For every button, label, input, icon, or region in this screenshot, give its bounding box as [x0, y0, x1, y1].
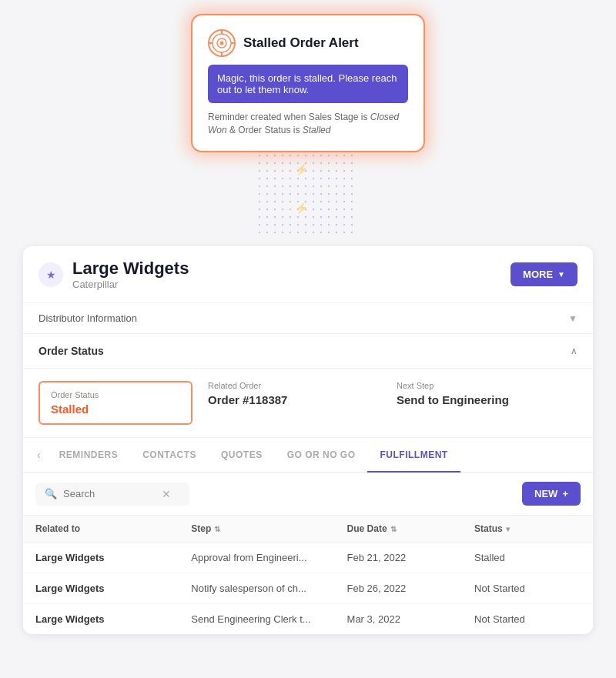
- cell-due-2: Mar 3, 2022: [347, 613, 475, 625]
- card-title: Large Widgets: [72, 259, 189, 279]
- plus-icon: +: [562, 488, 568, 499]
- alert-title: Stalled Order Alert: [243, 35, 359, 51]
- table-row: Large Widgets Notify salesperson of ch..…: [23, 573, 593, 604]
- alert-popup: Stalled Order Alert Magic, this order is…: [192, 15, 424, 151]
- related-order-value: Order #118387: [208, 393, 373, 406]
- tabs-container: ‹ REMINDERS CONTACTS QUOTES GO OR NO GO …: [23, 438, 593, 473]
- col-header-step[interactable]: Step ⇅: [191, 523, 346, 534]
- order-status-section: Order Status ∧ Order Status Stalled Rela…: [23, 334, 593, 438]
- order-status-header[interactable]: Order Status ∧: [23, 334, 593, 369]
- order-status-title: Order Status: [38, 345, 104, 357]
- svg-point-7: [220, 42, 224, 45]
- card-title-group: ★ Large Widgets Caterpillar: [38, 259, 189, 290]
- distributor-label: Distributor Information: [38, 312, 137, 324]
- cell-step-2: Send Engineering Clerk t...: [191, 613, 346, 625]
- col-header-related: Related to: [35, 523, 191, 534]
- order-field-next-step: Next Step Send to Engineering: [389, 381, 578, 425]
- alert-icon: [208, 29, 236, 57]
- col-header-status[interactable]: Status ▾: [474, 523, 581, 534]
- cell-related-1: Large Widgets: [35, 583, 191, 594]
- tab-reminders[interactable]: REMINDERS: [47, 439, 131, 473]
- cell-due-0: Feb 21, 2022: [347, 552, 475, 563]
- svg-text:⚡: ⚡: [295, 202, 309, 215]
- alert-message: Magic, this order is stalled. Please rea…: [208, 65, 408, 103]
- search-icon: 🔍: [45, 488, 57, 499]
- distributor-section[interactable]: Distributor Information ▼: [23, 303, 593, 334]
- cell-related-0: Large Widgets: [35, 552, 191, 563]
- search-bar: 🔍 ✕ NEW +: [23, 473, 593, 516]
- tab-fulfillment[interactable]: FULFILLMENT: [367, 439, 460, 473]
- order-status-value: Stalled: [51, 402, 180, 416]
- table: Related to Step ⇅ Due Date ⇅ Status ▾ La…: [23, 516, 593, 634]
- cell-step-1: Notify salesperson of ch...: [191, 583, 346, 594]
- order-status-label: Order Status: [51, 390, 180, 399]
- table-header: Related to Step ⇅ Due Date ⇅ Status ▾: [23, 516, 593, 543]
- tab-contacts[interactable]: CONTACTS: [130, 439, 209, 473]
- order-fields: Order Status Stalled Related Order Order…: [23, 369, 593, 437]
- cell-due-1: Feb 26, 2022: [347, 583, 475, 594]
- svg-text:⚡: ⚡: [295, 163, 309, 176]
- next-step-label: Next Step: [397, 381, 562, 390]
- tabs: ‹ REMINDERS CONTACTS QUOTES GO OR NO GO …: [31, 438, 585, 472]
- cell-status-2: Not Started: [474, 613, 581, 625]
- col-header-due-date[interactable]: Due Date ⇅: [347, 523, 475, 534]
- order-field-related: Related Order Order #118387: [192, 381, 389, 425]
- chevron-down-icon: ▼: [557, 270, 565, 279]
- cell-status-0: Stalled: [474, 552, 581, 563]
- chevron-down-icon: ▼: [568, 313, 578, 324]
- next-step-value: Send to Engineering: [397, 393, 562, 406]
- search-input[interactable]: [63, 488, 156, 499]
- new-button[interactable]: NEW +: [522, 482, 581, 506]
- svg-rect-9: [258, 139, 358, 239]
- alert-header: Stalled Order Alert: [208, 29, 408, 57]
- dots-pattern: ⚡ ⚡: [258, 139, 358, 239]
- cell-step-0: Approval from Engineeri...: [191, 552, 346, 563]
- card-subtitle: Caterpillar: [72, 279, 189, 290]
- table-row: Large Widgets Approval from Engineeri...…: [23, 543, 593, 573]
- alert-reminder: Reminder created when Sales Stage is Clo…: [208, 111, 408, 137]
- main-card: ★ Large Widgets Caterpillar MORE ▼ Distr…: [23, 246, 593, 634]
- cell-status-1: Not Started: [474, 583, 581, 594]
- tab-arrow-left[interactable]: ‹: [31, 438, 47, 472]
- card-header: ★ Large Widgets Caterpillar MORE ▼: [23, 246, 593, 303]
- related-order-label: Related Order: [208, 381, 373, 390]
- table-row: Large Widgets Send Engineering Clerk t..…: [23, 604, 593, 634]
- order-field-status: Order Status Stalled: [38, 381, 192, 425]
- clear-icon[interactable]: ✕: [162, 488, 171, 500]
- cell-related-2: Large Widgets: [35, 613, 191, 625]
- star-icon: ★: [38, 262, 63, 287]
- more-button[interactable]: MORE ▼: [511, 262, 578, 286]
- tab-go-or-no-go[interactable]: GO OR NO GO: [275, 439, 368, 473]
- tab-quotes[interactable]: QUOTES: [209, 439, 275, 473]
- card-title-block: Large Widgets Caterpillar: [72, 259, 189, 290]
- chevron-up-icon: ∧: [571, 346, 578, 356]
- search-input-wrap[interactable]: 🔍 ✕: [35, 483, 189, 506]
